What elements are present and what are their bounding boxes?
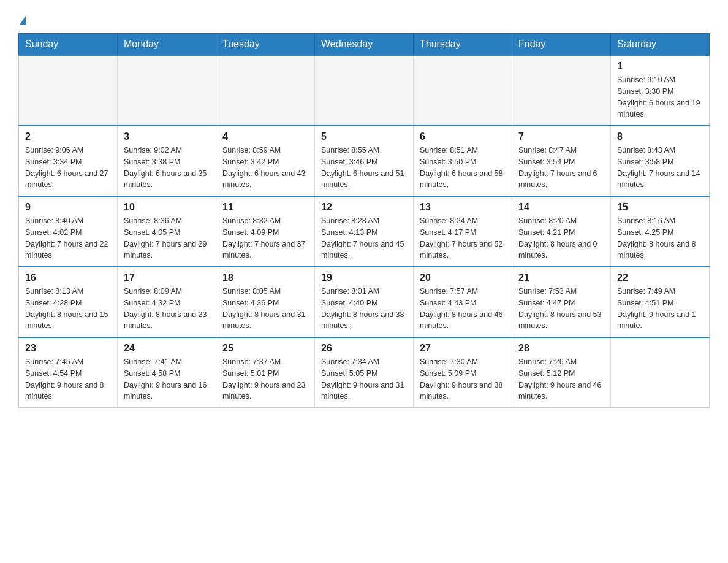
calendar-cell: 9Sunrise: 8:40 AMSunset: 4:02 PMDaylight… [19, 196, 118, 267]
calendar-cell: 15Sunrise: 8:16 AMSunset: 4:25 PMDayligh… [611, 196, 710, 267]
day-info: Sunrise: 9:10 AMSunset: 3:30 PMDaylight:… [617, 74, 703, 120]
day-info: Sunrise: 8:20 AMSunset: 4:21 PMDaylight:… [518, 215, 604, 261]
day-info: Sunrise: 8:24 AMSunset: 4:17 PMDaylight:… [420, 215, 506, 261]
calendar-cell: 26Sunrise: 7:34 AMSunset: 5:05 PMDayligh… [315, 337, 414, 408]
day-number: 15 [617, 202, 703, 213]
day-info: Sunrise: 7:37 AMSunset: 5:01 PMDaylight:… [222, 356, 308, 402]
day-number: 23 [25, 343, 111, 354]
day-info: Sunrise: 7:53 AMSunset: 4:47 PMDaylight:… [518, 286, 604, 332]
day-number: 25 [222, 343, 308, 354]
calendar-cell: 28Sunrise: 7:26 AMSunset: 5:12 PMDayligh… [512, 337, 611, 408]
calendar-cell: 4Sunrise: 8:59 AMSunset: 3:42 PMDaylight… [216, 126, 315, 196]
calendar-cell: 23Sunrise: 7:45 AMSunset: 4:54 PMDayligh… [19, 337, 118, 408]
calendar-cell: 10Sunrise: 8:36 AMSunset: 4:05 PMDayligh… [118, 196, 216, 267]
calendar-cell [512, 55, 611, 126]
calendar-cell: 6Sunrise: 8:51 AMSunset: 3:50 PMDaylight… [414, 126, 512, 196]
calendar-header: SundayMondayTuesdayWednesdayThursdayFrid… [19, 34, 710, 56]
day-info: Sunrise: 8:55 AMSunset: 3:46 PMDaylight:… [321, 145, 407, 191]
calendar-cell: 3Sunrise: 9:02 AMSunset: 3:38 PMDaylight… [118, 126, 216, 196]
day-number: 7 [518, 131, 604, 142]
day-info: Sunrise: 7:34 AMSunset: 5:05 PMDaylight:… [321, 356, 407, 402]
day-number: 27 [420, 343, 506, 354]
day-info: Sunrise: 8:32 AMSunset: 4:09 PMDaylight:… [222, 215, 308, 261]
logo-triangle-icon [20, 16, 26, 25]
calendar-cell: 24Sunrise: 7:41 AMSunset: 4:58 PMDayligh… [118, 337, 216, 408]
calendar-cell: 18Sunrise: 8:05 AMSunset: 4:36 PMDayligh… [216, 267, 315, 337]
calendar-cell: 17Sunrise: 8:09 AMSunset: 4:32 PMDayligh… [118, 267, 216, 337]
day-number: 24 [124, 343, 210, 354]
day-info: Sunrise: 7:41 AMSunset: 4:58 PMDaylight:… [124, 356, 210, 402]
header-monday: Monday [118, 34, 216, 56]
day-number: 4 [222, 131, 308, 142]
calendar-cell [118, 55, 216, 126]
header-friday: Friday [512, 34, 611, 56]
day-info: Sunrise: 8:13 AMSunset: 4:28 PMDaylight:… [25, 286, 111, 332]
header-saturday: Saturday [611, 34, 710, 56]
page-header [18, 12, 710, 27]
calendar-cell: 5Sunrise: 8:55 AMSunset: 3:46 PMDaylight… [315, 126, 414, 196]
week-row-4: 16Sunrise: 8:13 AMSunset: 4:28 PMDayligh… [19, 267, 710, 337]
day-info: Sunrise: 8:59 AMSunset: 3:42 PMDaylight:… [222, 145, 308, 191]
calendar-cell: 16Sunrise: 8:13 AMSunset: 4:28 PMDayligh… [19, 267, 118, 337]
calendar-cell [315, 55, 414, 126]
day-number: 21 [518, 272, 604, 283]
day-number: 20 [420, 272, 506, 283]
day-info: Sunrise: 7:57 AMSunset: 4:43 PMDaylight:… [420, 286, 506, 332]
header-row: SundayMondayTuesdayWednesdayThursdayFrid… [19, 34, 710, 56]
calendar-body: 1Sunrise: 9:10 AMSunset: 3:30 PMDaylight… [19, 55, 710, 408]
day-info: Sunrise: 8:47 AMSunset: 3:54 PMDaylight:… [518, 145, 604, 191]
day-number: 13 [420, 202, 506, 213]
day-number: 8 [617, 131, 703, 142]
header-sunday: Sunday [19, 34, 118, 56]
day-info: Sunrise: 8:16 AMSunset: 4:25 PMDaylight:… [617, 215, 703, 261]
day-info: Sunrise: 8:28 AMSunset: 4:13 PMDaylight:… [321, 215, 407, 261]
calendar-cell: 19Sunrise: 8:01 AMSunset: 4:40 PMDayligh… [315, 267, 414, 337]
calendar-cell: 7Sunrise: 8:47 AMSunset: 3:54 PMDaylight… [512, 126, 611, 196]
day-number: 16 [25, 272, 111, 283]
week-row-1: 1Sunrise: 9:10 AMSunset: 3:30 PMDaylight… [19, 55, 710, 126]
day-number: 5 [321, 131, 407, 142]
day-number: 22 [617, 272, 703, 283]
day-number: 28 [518, 343, 604, 354]
day-number: 6 [420, 131, 506, 142]
day-number: 18 [222, 272, 308, 283]
day-number: 26 [321, 343, 407, 354]
day-info: Sunrise: 8:05 AMSunset: 4:36 PMDaylight:… [222, 286, 308, 332]
day-number: 17 [124, 272, 210, 283]
day-number: 14 [518, 202, 604, 213]
calendar-cell: 1Sunrise: 9:10 AMSunset: 3:30 PMDaylight… [611, 55, 710, 126]
day-info: Sunrise: 7:45 AMSunset: 4:54 PMDaylight:… [25, 356, 111, 402]
day-number: 9 [25, 202, 111, 213]
header-wednesday: Wednesday [315, 34, 414, 56]
day-number: 1 [617, 61, 703, 72]
day-info: Sunrise: 9:06 AMSunset: 3:34 PMDaylight:… [25, 145, 111, 191]
day-info: Sunrise: 7:30 AMSunset: 5:09 PMDaylight:… [420, 356, 506, 402]
day-info: Sunrise: 8:09 AMSunset: 4:32 PMDaylight:… [124, 286, 210, 332]
day-number: 3 [124, 131, 210, 142]
calendar-table: SundayMondayTuesdayWednesdayThursdayFrid… [18, 33, 710, 408]
header-thursday: Thursday [414, 34, 512, 56]
day-info: Sunrise: 7:26 AMSunset: 5:12 PMDaylight:… [518, 356, 604, 402]
calendar-cell [19, 55, 118, 126]
day-number: 19 [321, 272, 407, 283]
week-row-2: 2Sunrise: 9:06 AMSunset: 3:34 PMDaylight… [19, 126, 710, 196]
calendar-cell: 13Sunrise: 8:24 AMSunset: 4:17 PMDayligh… [414, 196, 512, 267]
day-number: 2 [25, 131, 111, 142]
day-info: Sunrise: 8:51 AMSunset: 3:50 PMDaylight:… [420, 145, 506, 191]
day-info: Sunrise: 7:49 AMSunset: 4:51 PMDaylight:… [617, 286, 703, 332]
logo [18, 12, 26, 27]
header-tuesday: Tuesday [216, 34, 315, 56]
calendar-cell: 21Sunrise: 7:53 AMSunset: 4:47 PMDayligh… [512, 267, 611, 337]
day-number: 12 [321, 202, 407, 213]
calendar-cell: 20Sunrise: 7:57 AMSunset: 4:43 PMDayligh… [414, 267, 512, 337]
calendar-cell: 8Sunrise: 8:43 AMSunset: 3:58 PMDaylight… [611, 126, 710, 196]
week-row-3: 9Sunrise: 8:40 AMSunset: 4:02 PMDaylight… [19, 196, 710, 267]
day-info: Sunrise: 9:02 AMSunset: 3:38 PMDaylight:… [124, 145, 210, 191]
calendar-cell: 2Sunrise: 9:06 AMSunset: 3:34 PMDaylight… [19, 126, 118, 196]
calendar-cell [414, 55, 512, 126]
day-number: 10 [124, 202, 210, 213]
day-info: Sunrise: 8:36 AMSunset: 4:05 PMDaylight:… [124, 215, 210, 261]
calendar-cell [611, 337, 710, 408]
day-info: Sunrise: 8:01 AMSunset: 4:40 PMDaylight:… [321, 286, 407, 332]
calendar-cell [216, 55, 315, 126]
